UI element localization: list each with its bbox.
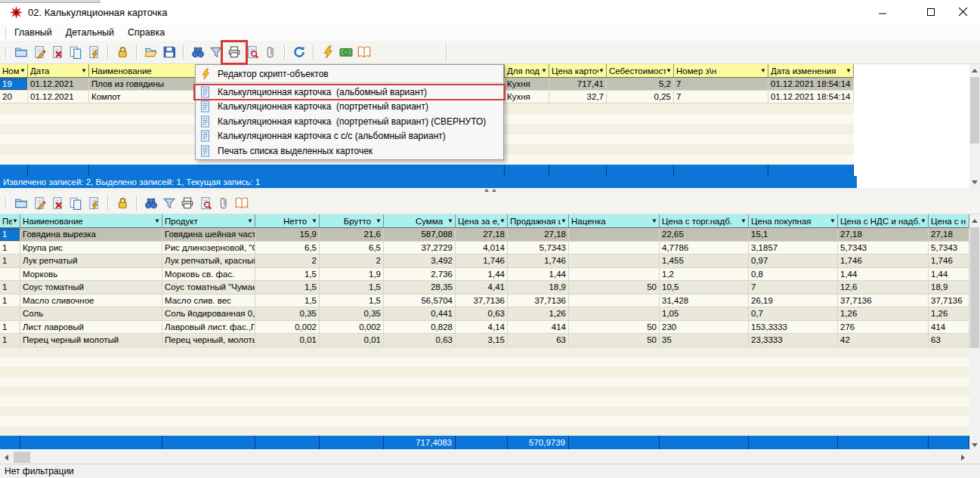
table-cell[interactable]: 50	[569, 281, 660, 295]
table-cell[interactable]: 4,7786	[660, 242, 749, 255]
menu-item-print-selected-list[interactable]: Печать списка выделенных карточек	[196, 143, 503, 158]
table-cell[interactable]: 1,746	[508, 254, 569, 268]
menu-main[interactable]: Главный	[8, 25, 59, 40]
filter-dropdown-icon[interactable]: ▼	[12, 218, 18, 224]
menu-detail[interactable]: Детальный	[59, 25, 121, 40]
scroll-right-button[interactable]	[957, 451, 969, 464]
column-header-цена-с-ндс-и-надб-[interactable]: Цена с НДС и надб.▼	[838, 214, 929, 228]
table-cell[interactable]: 28,35	[384, 281, 456, 295]
column-header-для-под[interactable]: Для под▼	[505, 64, 549, 78]
table-cell[interactable]: 0,002	[255, 321, 320, 335]
table-cell[interactable]: 717,41	[549, 78, 607, 91]
lower-vertical-scrollbar[interactable]	[969, 214, 980, 451]
table-cell[interactable]: 01.12.2021 18:54:14	[768, 91, 854, 103]
table-cell[interactable]: Масло сливочное	[20, 295, 162, 308]
column-header-номер-з-н[interactable]: Номер з\н▼	[674, 64, 768, 78]
table-cell[interactable]: 21,6	[320, 228, 384, 242]
table-cell[interactable]: 2,736	[384, 268, 456, 282]
table-cell[interactable]: Кухня	[505, 78, 549, 91]
table-cell[interactable]: 1,9	[320, 268, 384, 282]
edit-icon[interactable]	[31, 195, 48, 211]
table-cell[interactable]: Масло слив. вес	[162, 295, 255, 308]
table-cell[interactable]: 63	[929, 334, 969, 347]
table-cell[interactable]: 6,5	[255, 242, 320, 255]
table-cell[interactable]: 01.12.2021 18:54:14	[768, 78, 854, 91]
attachment-icon[interactable]	[215, 195, 232, 211]
table-cell[interactable]: 10,5	[660, 281, 749, 295]
table-cell[interactable]: Лук репчатый	[20, 254, 162, 268]
table-cell[interactable]: 01.12.2021	[28, 78, 89, 91]
table-cell[interactable]: 0,002	[320, 321, 384, 335]
table-cell[interactable]: 50	[569, 321, 660, 335]
table-cell[interactable]: 26,19	[749, 295, 838, 308]
column-header-продукт[interactable]: Продукт▼	[162, 214, 255, 228]
table-cell[interactable]: 0,63	[456, 307, 508, 321]
table-cell[interactable]: 7	[674, 91, 768, 103]
column-header-нетто[interactable]: Нетто▼	[255, 214, 320, 228]
table-cell[interactable]: Лавровый лист. фас.,Гр	[162, 321, 255, 335]
table-cell[interactable]: 1,26	[929, 307, 969, 321]
filter-icon[interactable]	[161, 195, 178, 211]
column-header-дата-изменения[interactable]: Дата изменения▼	[768, 64, 854, 78]
table-cell[interactable]	[569, 307, 660, 321]
table-row[interactable]: 1Перец черный молотыйПерец черный, молот…	[0, 334, 969, 347]
filter-dropdown-icon[interactable]: ▼	[561, 218, 567, 224]
table-cell[interactable]: 414	[929, 321, 969, 335]
edit-icon[interactable]	[31, 44, 48, 60]
script-edit-icon[interactable]	[85, 195, 102, 211]
delete-icon[interactable]	[49, 44, 66, 60]
table-cell[interactable]: 35	[660, 334, 749, 347]
table-cell[interactable]: 6,5	[320, 242, 384, 255]
table-cell[interactable]: 37,2729	[384, 242, 456, 255]
table-cell[interactable]: 7	[674, 78, 768, 91]
menu-item-card-portrait[interactable]: Калькуляционная карточка (портретный вар…	[196, 100, 503, 114]
table-cell[interactable]: 32,7	[549, 91, 607, 103]
table-cell[interactable]: 63	[508, 334, 569, 347]
column-header-ном[interactable]: Ном▼	[0, 64, 28, 78]
table-cell[interactable]: 1,26	[508, 307, 569, 321]
table-cell[interactable]: 1,5	[255, 281, 320, 295]
print-icon[interactable]	[179, 195, 196, 211]
table-cell[interactable]: 230	[660, 321, 749, 335]
table-cell[interactable]: Говядина шейная часть	[162, 228, 255, 242]
save-icon[interactable]	[161, 44, 178, 60]
filter-dropdown-icon[interactable]: ▼	[760, 68, 766, 74]
new-icon[interactable]	[13, 195, 29, 211]
menu-item-card-portrait-collapsed[interactable]: Калькуляционная карточка (портретный вар…	[196, 114, 503, 128]
table-cell[interactable]: 37,7136	[456, 295, 508, 308]
table-cell[interactable]: 0,01	[320, 334, 384, 347]
table-cell[interactable]: 5,7343	[838, 242, 929, 255]
table-cell[interactable]: 37,7136	[508, 295, 569, 308]
table-cell[interactable]: 0,01	[255, 334, 320, 347]
table-cell[interactable]: 5,7343	[929, 242, 969, 255]
attachment-icon[interactable]	[262, 44, 279, 60]
column-header-брутто[interactable]: Брутто▼	[320, 214, 384, 228]
table-cell[interactable]: 1,5	[320, 295, 384, 308]
table-cell[interactable]: 1,26	[838, 307, 929, 321]
filter-icon[interactable]	[208, 44, 224, 60]
table-cell[interactable]: 0,25	[607, 91, 674, 103]
table-cell[interactable]: 0,441	[384, 307, 456, 321]
money-icon[interactable]	[338, 44, 354, 60]
table-cell[interactable]: 3,492	[384, 254, 456, 268]
table-cell[interactable]: 0,828	[384, 321, 456, 335]
table-row[interactable]: 1Крупа рисРис длинозерновой, "Gre6,56,53…	[0, 242, 969, 255]
table-cell[interactable]: 153,3333	[749, 321, 838, 335]
table-cell[interactable]: 31,428	[660, 295, 749, 308]
table-cell[interactable]: 20	[0, 91, 28, 103]
table-cell[interactable]: 0,8	[749, 268, 838, 282]
table-cell[interactable]: 1,2	[660, 268, 749, 282]
column-header-сумма[interactable]: Сумма▼	[384, 214, 456, 228]
table-cell[interactable]: 276	[838, 321, 929, 335]
table-cell[interactable]: 0,63	[384, 334, 456, 347]
table-cell[interactable]: 22,65	[660, 228, 749, 242]
table-cell[interactable]: 27,18	[508, 228, 569, 242]
filter-dropdown-icon[interactable]: ▼	[376, 218, 382, 224]
table-row[interactable]: 1Соус томатныйСоус томатный "Чумак",1,51…	[0, 281, 969, 295]
table-cell[interactable]: 12,6	[838, 281, 929, 295]
script-icon[interactable]	[320, 44, 336, 60]
filter-dropdown-icon[interactable]: ▼	[247, 218, 253, 224]
table-cell[interactable]: 37,7136	[929, 295, 969, 308]
table-cell[interactable]: 1,5	[320, 281, 384, 295]
table-cell[interactable]: 4,41	[456, 281, 508, 295]
